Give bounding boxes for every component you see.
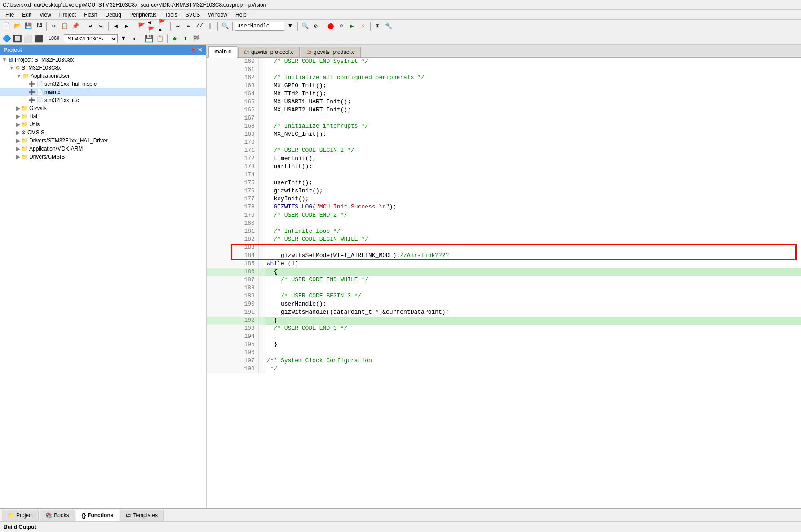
run-button[interactable]: ▶ (347, 21, 357, 31)
menu-help[interactable]: Help (232, 11, 250, 19)
stop-button[interactable]: ⬤ (326, 21, 336, 31)
tree-item-utils[interactable]: ▶ 📁 Utils (0, 120, 206, 129)
menu-flash[interactable]: Flash (80, 11, 101, 19)
save-all-button[interactable]: 🖫 (34, 21, 44, 31)
copy2-btn[interactable]: 📋 (155, 34, 165, 44)
nav-back-button[interactable]: ◀ (111, 21, 121, 31)
nav-fwd-button[interactable]: ▶ (122, 21, 132, 31)
line-number: 186 (207, 268, 258, 276)
fold-indicator (258, 204, 265, 212)
combo-dropdown[interactable]: ▼ (285, 21, 295, 31)
tree-it-label: stm32f1xx_it.c (44, 97, 79, 103)
target-combo[interactable]: userHandle (235, 22, 284, 31)
panel-pin-btn[interactable]: 📌 (189, 47, 196, 53)
chip-btn1[interactable]: 🔷 (2, 34, 12, 44)
tab-gizwits-protocol-label: gizwits_protocol.c (251, 49, 294, 55)
sep4 (134, 22, 134, 31)
tree-item-main[interactable]: ▶ ➕ 📄 main.c (0, 88, 206, 96)
tree-item-cmsis[interactable]: ▶ ⚙ CMSIS (0, 129, 206, 137)
tree-item-mdk-arm[interactable]: ▶ 📁 Application/MDK-ARM (0, 145, 206, 153)
unindent-button[interactable]: ⇤ (184, 21, 194, 31)
line-number: 196 (207, 349, 258, 357)
mcu-dropdown[interactable]: ▼ (119, 34, 128, 44)
grid-button[interactable]: ⊞ (373, 21, 383, 31)
sep7 (232, 22, 233, 31)
green-diamond[interactable]: ◆ (170, 34, 180, 44)
line-number: 184 (207, 252, 258, 260)
tree-item-gizwits[interactable]: ▶ 📁 Gizwits (0, 104, 206, 112)
chip-btn3[interactable]: ⬜ (23, 34, 33, 44)
settings-button[interactable]: ⚙ (311, 21, 321, 31)
arrow-btn[interactable]: ⬆ (181, 34, 190, 44)
flash-button[interactable]: ⚡ (358, 21, 368, 31)
grid2-btn[interactable]: 🏁 (191, 34, 201, 44)
mcu-select[interactable]: STM32F103C8x (64, 34, 118, 43)
line-number: 160 (207, 58, 258, 66)
chip-btn4[interactable]: ⬛ (34, 34, 44, 44)
bookmark-button[interactable]: 🚩 (137, 21, 146, 31)
next-bookmark-button[interactable]: 🚩▶ (158, 21, 168, 31)
fold-indicator (258, 309, 265, 317)
bottom-tab-templates[interactable]: 🗂 Templates (120, 510, 164, 521)
panel-close-btn[interactable]: ✕ (198, 47, 202, 53)
chip-btn2[interactable]: 🔲 (13, 34, 22, 44)
code-line: MX_NVIC_Init(); (265, 131, 801, 139)
bottom-tab-books[interactable]: 📚 Books (40, 510, 75, 521)
tree-item-hal[interactable]: ▶ 📁 Hal (0, 112, 206, 120)
fold-indicator[interactable]: − (258, 268, 265, 276)
tree-root[interactable]: ▼ 🖥 Project: STM32F103C8x (0, 56, 206, 64)
code-line: /* USER CODE END WHILE */ (265, 276, 801, 284)
chip-icon-btn[interactable]: 💾 (144, 34, 154, 44)
tab-main-c[interactable]: main.c (208, 46, 237, 58)
tab-gizwits-protocol[interactable]: 🗂 gizwits_protocol.c (238, 47, 300, 58)
fold-indicator (258, 179, 265, 187)
menu-project[interactable]: Project (56, 11, 80, 19)
save-button[interactable]: 💾 (23, 21, 33, 31)
tree-main-label: main.c (44, 89, 60, 95)
tree-item-it[interactable]: ▶ ➕ 📄 stm32f1xx_it.c (0, 96, 206, 104)
bottom-tab-functions[interactable]: {} Functions (76, 510, 119, 521)
tree-item-stm32[interactable]: ▼ ⚙ STM32F103C8x (0, 64, 206, 72)
menu-tools[interactable]: Tools (161, 11, 181, 19)
menu-svcs[interactable]: SVCS (182, 11, 204, 19)
tree-item-drivers-cmsis[interactable]: ▶ 📁 Drivers/CMSIS (0, 153, 206, 161)
line-number: 168 (207, 123, 258, 131)
prev-bookmark-button[interactable]: ◀🚩 (147, 21, 157, 31)
undo-button[interactable]: ↩ (85, 21, 95, 31)
tree-drivers-cmsis-label: Drivers/CMSIS (29, 154, 65, 160)
paste-button[interactable]: 📌 (71, 21, 80, 31)
tools2-button[interactable]: 🔧 (384, 21, 394, 31)
menu-file[interactable]: File (2, 11, 18, 19)
title-bar: C:\Users\xd_du\Desktop\develop\MCU_STM32… (0, 0, 801, 10)
code-line: /* USER CODE END 2 */ (265, 212, 801, 220)
fold-indicator (258, 236, 265, 244)
cut-button[interactable]: ✂ (49, 21, 59, 31)
menu-debug[interactable]: Debug (102, 11, 125, 19)
indent-button[interactable]: ⇥ (173, 21, 183, 31)
fold-indicator[interactable]: − (258, 357, 265, 365)
uncomment-button[interactable]: ∥ (205, 21, 215, 31)
bottom-tab-project[interactable]: 📁 Project (2, 510, 39, 521)
sep9 (323, 22, 323, 31)
find-button[interactable]: 🔍 (220, 21, 230, 31)
tree-item-hal-msp[interactable]: ▶ ➕ 📄 stm32f1xx_hal_msp.c (0, 80, 206, 88)
copy-button[interactable]: 📋 (60, 21, 70, 31)
circle-button[interactable]: ○ (336, 21, 346, 31)
tab-gizwits-product[interactable]: 🗂 gizwits_product.c (301, 47, 361, 58)
redo-button[interactable]: ↪ (96, 21, 106, 31)
wand-button[interactable]: ✦ (129, 34, 139, 44)
menu-view[interactable]: View (36, 11, 55, 19)
tree-item-appuser[interactable]: ▼ 📁 Application/User (0, 72, 206, 80)
menu-peripherals[interactable]: Peripherals (126, 11, 160, 19)
open-button[interactable]: 📂 (13, 21, 22, 31)
menu-window[interactable]: Window (204, 11, 231, 19)
comment-button[interactable]: // (195, 21, 204, 31)
code-line: gizwitsSetMode(WIFI_AIRLINK_MODE);//Air-… (265, 252, 801, 260)
code-editor[interactable]: 160 /* USER CODE END SysInit */161162 /*… (207, 58, 801, 508)
new-button[interactable]: 📄 (2, 21, 12, 31)
line-number: 178 (207, 204, 258, 212)
find2-button[interactable]: 🔍 (300, 21, 310, 31)
tree-item-drivers-stm32[interactable]: ▶ 📁 Drivers/STM32F1xx_HAL_Driver (0, 137, 206, 145)
menu-edit[interactable]: Edit (18, 11, 35, 19)
logo-btn[interactable]: LOGO (45, 34, 63, 44)
